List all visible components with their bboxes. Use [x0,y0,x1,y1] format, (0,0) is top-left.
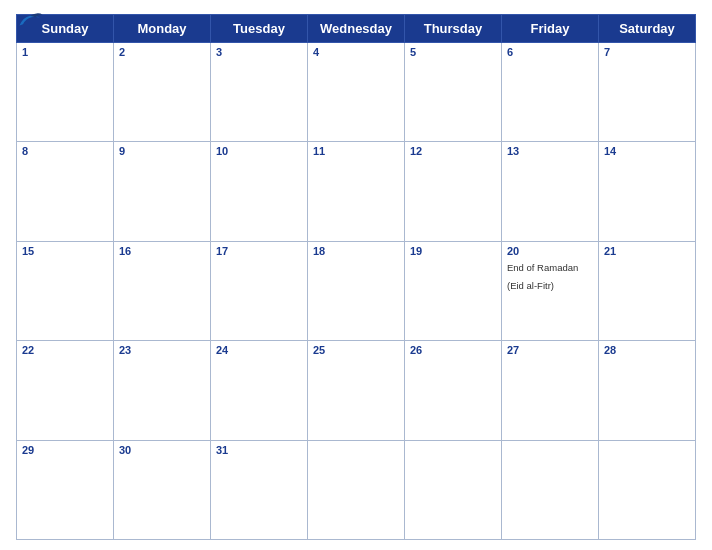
calendar-cell: 9 [114,142,211,241]
logo [16,10,44,32]
day-number: 21 [604,245,690,257]
day-number: 4 [313,46,399,58]
day-number: 10 [216,145,302,157]
calendar-cell: 6 [502,43,599,142]
weekday-header-friday: Friday [502,15,599,43]
calendar-cell [405,440,502,539]
calendar-cell: 10 [211,142,308,241]
day-number: 26 [410,344,496,356]
calendar-cell [502,440,599,539]
weekday-header-wednesday: Wednesday [308,15,405,43]
calendar-week-row: 22232425262728 [17,341,696,440]
day-number: 1 [22,46,108,58]
calendar-cell: 14 [599,142,696,241]
calendar-cell: 1 [17,43,114,142]
calendar-cell: 22 [17,341,114,440]
weekday-header-thursday: Thursday [405,15,502,43]
day-number: 8 [22,145,108,157]
calendar-cell: 30 [114,440,211,539]
day-number: 14 [604,145,690,157]
calendar-cell: 2 [114,43,211,142]
calendar-cell: 20End of Ramadan (Eid al-Fitr) [502,241,599,340]
calendar-cell [308,440,405,539]
calendar-week-row: 891011121314 [17,142,696,241]
day-number: 30 [119,444,205,456]
day-number: 13 [507,145,593,157]
calendar-cell: 16 [114,241,211,340]
weekday-header-tuesday: Tuesday [211,15,308,43]
calendar-cell: 7 [599,43,696,142]
calendar-cell: 25 [308,341,405,440]
calendar-cell: 31 [211,440,308,539]
calendar-cell: 4 [308,43,405,142]
calendar-cell [599,440,696,539]
day-number: 24 [216,344,302,356]
day-number: 28 [604,344,690,356]
day-number: 18 [313,245,399,257]
calendar-cell: 5 [405,43,502,142]
calendar-cell: 19 [405,241,502,340]
calendar-cell: 17 [211,241,308,340]
day-number: 11 [313,145,399,157]
day-number: 20 [507,245,593,257]
calendar-cell: 27 [502,341,599,440]
day-number: 5 [410,46,496,58]
day-number: 16 [119,245,205,257]
calendar-cell: 13 [502,142,599,241]
calendar-cell: 18 [308,241,405,340]
event-text: End of Ramadan (Eid al-Fitr) [507,262,578,291]
calendar-week-row: 151617181920End of Ramadan (Eid al-Fitr)… [17,241,696,340]
day-number: 23 [119,344,205,356]
day-number: 19 [410,245,496,257]
calendar-cell: 21 [599,241,696,340]
weekday-header-monday: Monday [114,15,211,43]
weekday-header-row: SundayMondayTuesdayWednesdayThursdayFrid… [17,15,696,43]
day-number: 6 [507,46,593,58]
day-number: 12 [410,145,496,157]
day-number: 27 [507,344,593,356]
calendar-week-row: 1234567 [17,43,696,142]
day-number: 17 [216,245,302,257]
calendar-cell: 26 [405,341,502,440]
day-number: 29 [22,444,108,456]
calendar-cell: 3 [211,43,308,142]
day-number: 31 [216,444,302,456]
calendar-cell: 23 [114,341,211,440]
day-number: 9 [119,145,205,157]
day-number: 3 [216,46,302,58]
calendar-cell: 12 [405,142,502,241]
calendar-cell: 8 [17,142,114,241]
calendar-cell: 11 [308,142,405,241]
day-number: 22 [22,344,108,356]
calendar-cell: 24 [211,341,308,440]
day-number: 2 [119,46,205,58]
day-number: 25 [313,344,399,356]
calendar-week-row: 293031 [17,440,696,539]
calendar-cell: 29 [17,440,114,539]
day-number: 15 [22,245,108,257]
calendar-cell: 28 [599,341,696,440]
calendar-cell: 15 [17,241,114,340]
day-number: 7 [604,46,690,58]
weekday-header-saturday: Saturday [599,15,696,43]
calendar-table: SundayMondayTuesdayWednesdayThursdayFrid… [16,14,696,540]
